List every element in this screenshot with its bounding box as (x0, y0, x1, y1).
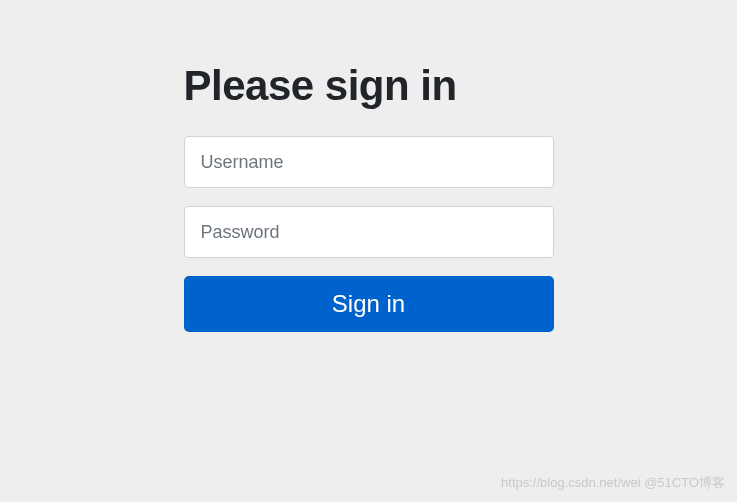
password-input[interactable] (184, 206, 554, 258)
watermark-text: https://blog.csdn.net/wei @51CTO博客 (501, 474, 725, 492)
signin-button[interactable]: Sign in (184, 276, 554, 332)
username-input[interactable] (184, 136, 554, 188)
signin-form: Please sign in Sign in (184, 62, 554, 332)
signin-title: Please sign in (184, 62, 554, 110)
